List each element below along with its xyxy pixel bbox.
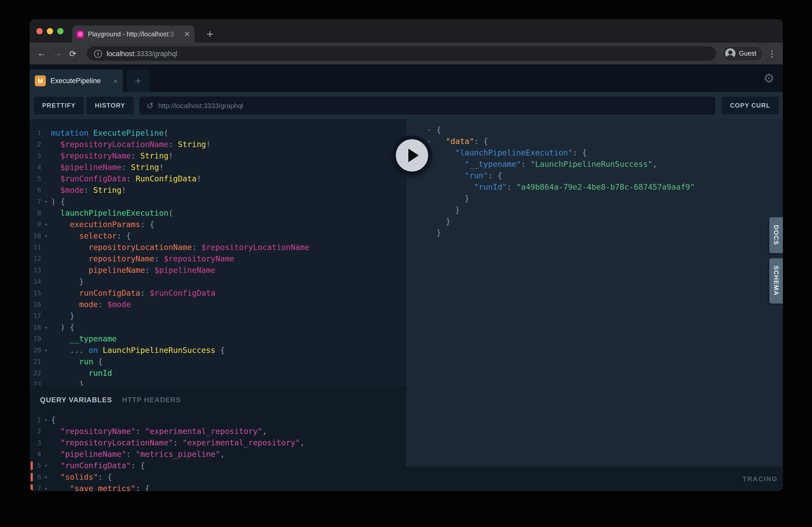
editor-line[interactable]: 23 } [30, 379, 406, 386]
reload-button[interactable]: ⟳ [65, 49, 81, 59]
fold-arrow-icon[interactable]: ▾ [406, 124, 436, 136]
code-text: $runConfigData: RunConfigData! [51, 173, 201, 184]
variables-line[interactable]: 5▾ "runConfigData": { [30, 460, 406, 471]
window-zoom-button[interactable] [57, 28, 63, 34]
editor-line[interactable]: 8 launchPipelineExecution( [30, 207, 406, 219]
browser-menu-icon[interactable]: ⋮ [763, 48, 781, 59]
docs-side-tab[interactable]: DOCS [769, 217, 783, 253]
variables-line[interactable]: 4 "pipelineName": "metrics_pipeline", [30, 449, 406, 460]
variables-line[interactable]: 7▾ "save_metrics": { [30, 483, 406, 491]
editor-line[interactable]: 5 $runConfigData: RunConfigData! [30, 173, 406, 184]
code-text: $mode: String! [51, 184, 126, 196]
editor-line[interactable]: 19 __typename [30, 333, 406, 345]
back-button[interactable]: ← [34, 48, 49, 59]
fold-arrow-icon[interactable]: ▾ [41, 196, 51, 207]
editor-line[interactable]: 15 runConfigData: $runConfigData [30, 287, 406, 299]
history-button[interactable]: HISTORY [87, 97, 134, 114]
code-text: mutation ExecutePipeline( [51, 127, 169, 139]
code-text: "run": { [436, 170, 502, 181]
playground-tab-close-icon[interactable]: × [113, 77, 118, 85]
response-line[interactable]: "__typename": "LaunchPipelineRunSuccess"… [406, 159, 783, 170]
fold-arrow-icon[interactable]: ▾ [41, 322, 51, 333]
editor-line[interactable]: 18▾ ) { [30, 322, 406, 333]
editor-line[interactable]: 13 pipelineName: $pipelineName [30, 265, 406, 276]
fold-arrow-icon[interactable]: ▾ [41, 483, 51, 491]
browser-new-tab-button[interactable]: + [201, 26, 218, 43]
code-text: "launchPipelineExecution": { [436, 147, 587, 159]
editor-line[interactable]: 2 $repositoryLocationName: String! [30, 139, 406, 150]
fold-spacer [406, 204, 436, 216]
fold-arrow-icon[interactable]: ▾ [41, 230, 51, 242]
fold-spacer [41, 253, 51, 265]
tracing-toggle[interactable]: TRACING [742, 466, 778, 491]
response-line[interactable]: "runId": "a49b864a-79e2-4be8-b78c-687457… [406, 181, 783, 193]
tab-http-headers[interactable]: HTTP HEADERS [122, 396, 181, 404]
playground-tab-title: ExecutePipeline [50, 77, 110, 85]
editor-line[interactable]: 7▾) { [30, 196, 406, 207]
editor-line[interactable]: 11 repositoryLocationName: $repositoryLo… [30, 242, 406, 253]
site-info-icon[interactable]: i [94, 50, 102, 57]
fold-spacer [41, 173, 51, 184]
editor-line[interactable]: 12 repositoryName: $repositoryName [30, 253, 406, 265]
query-editor[interactable]: 1mutation ExecutePipeline(2 $repositoryL… [30, 119, 406, 386]
editor-line[interactable]: 20▾ ... on LaunchPipelineRunSuccess { [30, 345, 406, 356]
fold-arrow-icon[interactable]: ▾ [41, 345, 51, 356]
editor-line[interactable]: 4 $pipelineName: String! [30, 162, 406, 173]
editor-line[interactable]: 10▾ selector: { [30, 230, 406, 242]
query-variables-code[interactable]: 1▾{2 "repositoryName": "experimental_rep… [30, 414, 406, 491]
code-text: mode: $mode [51, 299, 131, 310]
variables-pane[interactable]: QUERY VARIABLES HTTP HEADERS 1▾{2 "repos… [30, 386, 406, 491]
code-text: ) { [51, 196, 65, 207]
address-bar[interactable]: i localhost:3333/graphql [87, 46, 716, 61]
response-line[interactable]: } [406, 193, 783, 204]
execute-play-button[interactable] [392, 136, 432, 175]
fold-arrow-icon[interactable]: ▾ [41, 460, 51, 471]
playground-new-tab-button[interactable]: + [127, 70, 149, 92]
response-line[interactable]: ▾{ [406, 124, 783, 136]
endpoint-input[interactable]: ↺ http://localhost:3333/graphql [139, 97, 715, 114]
forward-button[interactable]: → [49, 48, 65, 59]
prettify-button[interactable]: PRETTIFY [34, 97, 84, 114]
response-line[interactable]: ▾ "launchPipelineExecution": { [406, 147, 783, 159]
query-editor-code[interactable]: 1mutation ExecutePipeline(2 $repositoryL… [30, 127, 406, 386]
response-line[interactable]: ▾ "data": { [406, 136, 783, 147]
window-close-button[interactable] [37, 28, 43, 34]
variables-line[interactable]: 3 "repositoryLocationName": "experimenta… [30, 437, 406, 449]
editor-line[interactable]: 16 mode: $mode [30, 299, 406, 310]
editor-line[interactable]: 14 } [30, 276, 406, 287]
schema-side-tab[interactable]: SCHEMA [769, 258, 783, 303]
fold-arrow-icon[interactable]: ▾ [41, 414, 51, 426]
error-marker [31, 473, 33, 481]
copy-curl-button[interactable]: COPY CURL [722, 97, 779, 114]
fold-arrow-icon[interactable]: ▾ [41, 219, 51, 230]
editor-line[interactable]: 6 $mode: String! [30, 184, 406, 196]
browser-tab[interactable]: Playground - http://localhost:3 ✕ [72, 26, 194, 43]
editor-line[interactable]: 9▾ executionParams: { [30, 219, 406, 230]
editor-line[interactable]: 1mutation ExecutePipeline( [30, 127, 406, 139]
variables-line[interactable]: 6▾ "solids": { [30, 471, 406, 483]
editor-line[interactable]: 22 runId [30, 367, 406, 379]
browser-tab-close-icon[interactable]: ✕ [184, 30, 190, 38]
code-text: pipelineName: $pipelineName [51, 265, 215, 276]
editor-line[interactable]: 17 } [30, 310, 406, 322]
fold-spacer [41, 207, 51, 219]
response-line[interactable]: } [406, 227, 783, 239]
response-line[interactable]: } [406, 216, 783, 227]
code-text: __typename [51, 333, 117, 345]
response-pane[interactable]: ▾{▾ "data": {▾ "launchPipelineExecution"… [406, 119, 783, 466]
profile-button[interactable]: Guest [722, 46, 763, 61]
fold-arrow-icon[interactable]: ▾ [41, 471, 51, 483]
response-line[interactable]: } [406, 204, 783, 216]
history-undo-icon[interactable]: ↺ [146, 101, 154, 110]
code-text: run { [51, 356, 103, 367]
response-line[interactable]: "run": { [406, 170, 783, 181]
editor-line[interactable]: 3 $repositoryName: String! [30, 150, 406, 162]
playground-tab-executepipeline[interactable]: M ExecutePipeline × [30, 70, 123, 92]
editor-line[interactable]: 21 run { [30, 356, 406, 367]
variables-line[interactable]: 2 "repositoryName": "experimental_reposi… [30, 426, 406, 437]
fold-spacer [41, 310, 51, 322]
variables-line[interactable]: 1▾{ [30, 414, 406, 426]
window-minimize-button[interactable] [47, 28, 53, 34]
settings-gear-icon[interactable]: ⚙ [763, 70, 774, 87]
tab-query-variables[interactable]: QUERY VARIABLES [40, 396, 112, 404]
